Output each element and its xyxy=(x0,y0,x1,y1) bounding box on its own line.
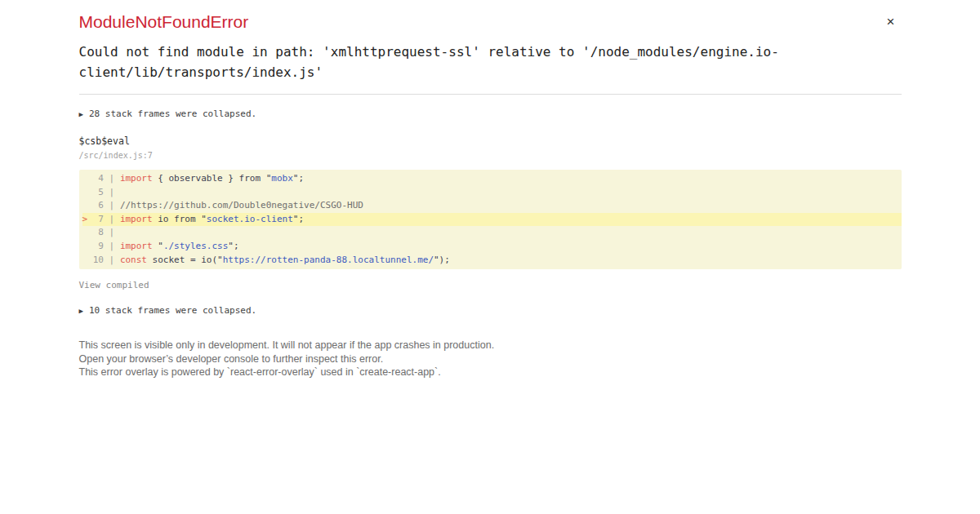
code-token: import xyxy=(120,214,153,224)
code-line-number: 9 | xyxy=(93,241,120,251)
code-line-number: 10 | xyxy=(93,255,120,265)
stack-frame: $csb$eval /src/index.js:7 xyxy=(79,135,902,161)
footer-note: This error overlay is powered by `react-… xyxy=(79,366,902,379)
footer-note: Open your browser’s developer console to… xyxy=(79,352,902,366)
code-line-marker: > xyxy=(82,214,93,224)
error-message: Could not find module in path: 'xmlhttpr… xyxy=(79,42,902,82)
close-icon[interactable]: × xyxy=(882,12,900,31)
code-token: socket.io-client xyxy=(207,214,293,224)
stack-collapse-bottom-label: 10 stack frames were collapsed. xyxy=(89,305,256,316)
error-overlay: ModuleNotFoundError × Could not find mod… xyxy=(79,0,902,379)
code-token: import xyxy=(120,241,153,251)
code-token: socket = io( xyxy=(147,255,217,265)
code-line-9: 9 | import "./styles.css"; xyxy=(82,240,902,254)
code-token: io from xyxy=(153,214,202,224)
collapse-arrow-icon: ▶ xyxy=(79,307,83,315)
code-line-6: 6 | //https://github.com/Double0negative… xyxy=(82,199,902,213)
collapse-arrow-icon: ▶ xyxy=(79,110,83,118)
code-token: //https://github.com/Double0negative/CSG… xyxy=(120,200,363,210)
code-frame: 4 | import { observable } from "mobx"; 5… xyxy=(79,170,902,269)
view-compiled-link[interactable]: View compiled xyxy=(79,280,149,290)
divider xyxy=(79,94,902,95)
code-token: import xyxy=(120,173,153,184)
code-line-number: 8 | xyxy=(93,227,120,237)
code-line-10: 10 | const socket = io("https://rotten-p… xyxy=(82,254,902,268)
code-line-5: 5 | xyxy=(82,186,902,200)
error-title: ModuleNotFoundError xyxy=(79,12,249,32)
code-line-marker xyxy=(82,173,93,184)
code-token: "; xyxy=(293,214,304,224)
frame-location: /src/index.js:7 xyxy=(79,151,902,161)
code-token: " xyxy=(158,241,163,251)
code-line-8: 8 | xyxy=(82,226,902,240)
footer-notes: This screen is visible only in developme… xyxy=(79,339,902,379)
code-token: ./styles.css xyxy=(163,241,228,251)
code-token: const xyxy=(120,255,147,265)
code-line-marker xyxy=(82,255,93,265)
code-token: " xyxy=(201,214,207,224)
code-line-marker xyxy=(82,187,93,197)
stack-collapse-top[interactable]: ▶28 stack frames were collapsed. xyxy=(79,109,902,120)
code-line-marker xyxy=(82,200,93,210)
code-token: mobx xyxy=(271,173,293,184)
code-line-number: 7 | xyxy=(93,214,120,224)
code-line-marker xyxy=(82,241,93,251)
code-line-number: 5 | xyxy=(93,187,120,197)
code-token: "; xyxy=(293,173,304,184)
code-line-4: 4 | import { observable } from "mobx"; xyxy=(82,172,902,186)
code-line-7: > 7 | import io from "socket.io-client"; xyxy=(82,213,902,227)
code-token: "; xyxy=(228,241,238,251)
footer-note: This screen is visible only in developme… xyxy=(79,339,902,352)
code-line-marker xyxy=(82,227,93,237)
code-line-number: 4 | xyxy=(93,173,120,184)
code-line-number: 6 | xyxy=(93,200,120,210)
code-token: https://rotten-panda-88.localtunnel.me/ xyxy=(223,255,434,265)
code-token: " xyxy=(217,255,223,265)
code-token: "); xyxy=(434,255,450,265)
code-token: { observable } from xyxy=(153,173,266,184)
stack-collapse-bottom[interactable]: ▶10 stack frames were collapsed. xyxy=(79,305,902,317)
overlay-header: ModuleNotFoundError × xyxy=(79,12,902,32)
frame-function-name: $csb$eval xyxy=(79,135,902,147)
stack-collapse-top-label: 28 stack frames were collapsed. xyxy=(89,109,256,119)
